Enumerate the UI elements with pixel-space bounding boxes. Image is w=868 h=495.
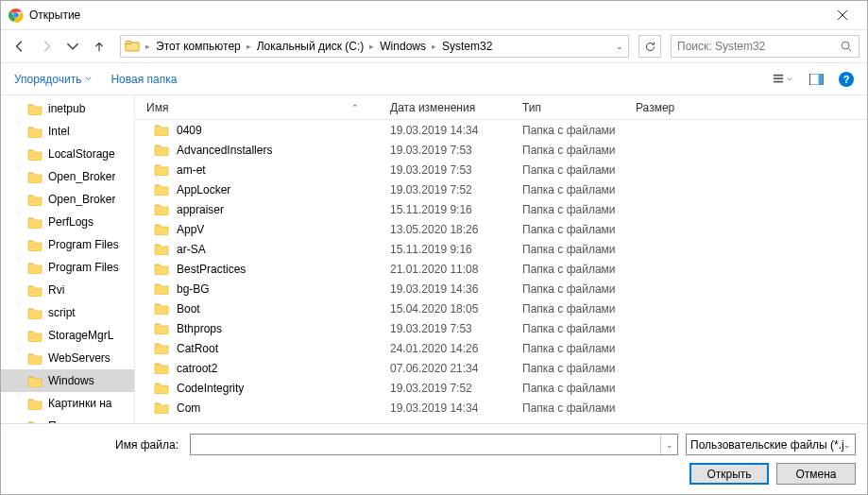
file-name: ar-SA <box>177 243 206 256</box>
recent-dropdown[interactable] <box>61 35 84 58</box>
tree-item[interactable]: Program Files <box>1 233 134 256</box>
chevron-right-icon[interactable]: ▸ <box>245 42 253 51</box>
search-input[interactable]: Поиск: System32 <box>671 35 859 58</box>
chevron-right-icon[interactable]: ▸ <box>144 42 152 51</box>
file-row[interactable]: Com19.03.2019 14:34Папка с файлами <box>135 398 867 418</box>
tree-item[interactable]: Program Files <box>1 256 134 279</box>
file-row[interactable]: CatRoot24.01.2020 14:26Папка с файлами <box>135 338 867 358</box>
file-name: AppV <box>177 223 204 236</box>
column-date[interactable]: Дата изменения <box>379 95 511 119</box>
crumb-3[interactable]: System32 <box>438 36 496 57</box>
file-row[interactable]: BestPractices21.01.2020 11:08Папка с фай… <box>135 259 867 279</box>
search-icon <box>840 40 853 53</box>
file-row[interactable]: Boot15.04.2020 18:05Папка с файлами <box>135 299 867 318</box>
new-folder-button[interactable]: Новая папка <box>111 73 177 86</box>
refresh-button[interactable] <box>638 35 661 58</box>
file-date: 19.03.2019 14:36 <box>379 282 511 296</box>
tree-item[interactable]: LocalStorage <box>1 143 134 165</box>
open-button[interactable]: Открыть <box>689 463 769 485</box>
close-button[interactable] <box>825 1 859 29</box>
svg-rect-7 <box>774 80 783 82</box>
view-mode-button[interactable] <box>771 70 793 89</box>
file-date: 21.01.2020 11:08 <box>379 263 511 276</box>
file-row[interactable]: AppV13.05.2020 18:26Папка с файлами <box>135 219 867 239</box>
filetype-select[interactable]: Пользовательские файлы (*.jp ⌄ <box>686 434 856 455</box>
tree-item[interactable]: Open_Broker <box>1 165 134 188</box>
tree-item[interactable]: WebServers <box>1 347 134 369</box>
titlebar: Открытие <box>1 1 867 29</box>
tree-item[interactable]: script <box>1 301 134 324</box>
organize-menu[interactable]: Упорядочить <box>14 73 92 86</box>
chevron-right-icon[interactable]: ▸ <box>367 42 376 51</box>
tree-item[interactable]: Картинки на <box>1 392 134 415</box>
file-row[interactable]: appraiser15.11.2019 9:16Папка с файлами <box>135 199 867 219</box>
tree-item[interactable]: Open_Broker <box>1 188 134 211</box>
column-type[interactable]: Тип <box>511 95 624 119</box>
file-date: 19.03.2019 7:53 <box>379 144 511 157</box>
crumb-1[interactable]: Локальный диск (C:) <box>253 36 368 57</box>
column-date-label: Дата изменения <box>390 101 475 114</box>
tree-item[interactable]: Rvi <box>1 279 134 301</box>
chrome-icon <box>9 8 24 23</box>
file-type: Папка с файлами <box>511 362 624 375</box>
tree-item-label: Windows <box>48 374 94 387</box>
tree-item-label: Program Files <box>48 238 119 251</box>
folder-tree[interactable]: inetpubIntelLocalStorageOpen_BrokerOpen_… <box>1 95 135 423</box>
tree-item-label: Open_Broker <box>48 193 115 206</box>
tree-item[interactable]: Intel <box>1 120 134 143</box>
column-name[interactable]: Имя ⌃ <box>135 95 379 119</box>
svg-point-1 <box>13 12 19 18</box>
tree-item[interactable]: Пользовател <box>1 415 134 423</box>
filetype-dropdown-icon: ⌄ <box>843 440 851 450</box>
filename-input[interactable]: ⌄ <box>190 434 678 455</box>
file-rows[interactable]: 040919.03.2019 14:34Папка с файламиAdvan… <box>135 120 867 423</box>
file-row[interactable]: am-et19.03.2019 7:53Папка с файлами <box>135 160 867 179</box>
file-date: 19.03.2019 7:53 <box>379 163 511 177</box>
file-row[interactable]: catroot207.06.2020 21:34Папка с файлами <box>135 358 867 378</box>
file-row[interactable]: bg-BG19.03.2019 14:36Папка с файлами <box>135 279 867 299</box>
filename-dropdown[interactable]: ⌄ <box>660 435 677 454</box>
file-name: bg-BG <box>177 282 210 296</box>
crumb-2[interactable]: Windows <box>376 36 430 57</box>
file-name: 0409 <box>177 124 202 137</box>
tree-item[interactable]: inetpub <box>1 97 134 120</box>
tree-item[interactable]: Windows <box>1 369 134 392</box>
file-name: Boot <box>177 302 200 316</box>
file-date: 07.06.2020 21:34 <box>379 362 511 375</box>
file-date: 24.01.2020 14:26 <box>379 342 511 355</box>
file-name: CatRoot <box>177 342 218 355</box>
file-type: Папка с файлами <box>511 144 624 157</box>
file-row[interactable]: Bthprops19.03.2019 7:53Папка с файлами <box>135 318 867 338</box>
folder-root-icon <box>125 39 140 54</box>
cancel-button[interactable]: Отмена <box>776 463 856 485</box>
file-name: am-et <box>177 163 206 177</box>
file-row[interactable]: 040919.03.2019 14:34Папка с файлами <box>135 120 867 140</box>
file-row[interactable]: AppLocker19.03.2019 7:52Папка с файлами <box>135 179 867 199</box>
back-button[interactable] <box>9 35 31 58</box>
file-name: CodeIntegrity <box>177 382 244 395</box>
cancel-label: Отмена <box>795 468 836 481</box>
new-folder-label: Новая папка <box>111 73 177 86</box>
breadcrumb[interactable]: ▸ Этот компьютер ▸ Локальный диск (C:) ▸… <box>120 35 629 58</box>
chevron-right-icon[interactable]: ▸ <box>430 42 438 51</box>
tree-item-label: StorageMgrL <box>48 329 113 342</box>
open-label: Открыть <box>706 468 751 481</box>
address-dropdown[interactable]: ⌄ <box>611 42 628 51</box>
file-name: BestPractices <box>177 263 246 276</box>
crumb-0[interactable]: Этот компьютер <box>152 36 245 57</box>
file-list: Имя ⌃ Дата изменения Тип Размер 040919.0… <box>135 95 867 423</box>
file-row[interactable]: AdvancedInstallers19.03.2019 7:53Папка с… <box>135 140 867 160</box>
file-date: 15.11.2019 9:16 <box>379 243 511 256</box>
file-row[interactable]: CodeIntegrity19.03.2019 7:52Папка с файл… <box>135 378 867 398</box>
preview-pane-button[interactable] <box>805 70 827 89</box>
column-size[interactable]: Размер <box>624 95 738 119</box>
help-button[interactable]: ? <box>839 72 854 87</box>
tree-item[interactable]: PerfLogs <box>1 211 134 233</box>
file-row[interactable]: ar-SA15.11.2019 9:16Папка с файлами <box>135 239 867 259</box>
forward-button[interactable] <box>35 35 58 58</box>
file-name: Com <box>177 401 200 415</box>
file-type: Папка с файлами <box>511 282 624 296</box>
up-button[interactable] <box>88 35 111 58</box>
file-type: Папка с файлами <box>511 223 624 236</box>
tree-item[interactable]: StorageMgrL <box>1 324 134 347</box>
